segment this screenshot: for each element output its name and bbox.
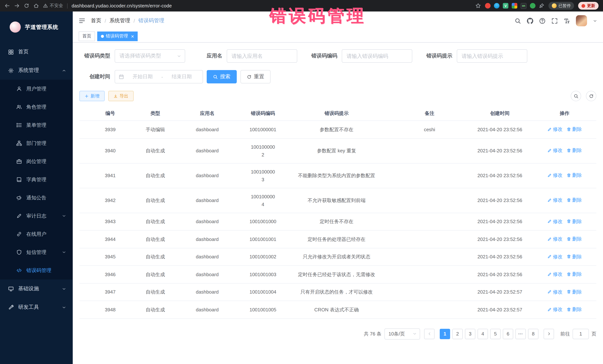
- extension-icon-grid[interactable]: [512, 3, 517, 9]
- pagination: 共 76 条 10条/页 123456•••8 前往 页: [79, 328, 596, 339]
- extension-icon-green[interactable]: [530, 3, 535, 9]
- sidebar-item-system-management[interactable]: 系统管理: [0, 61, 73, 80]
- page-size-select[interactable]: 10条/页: [384, 328, 420, 339]
- page-ellipsis[interactable]: •••: [515, 329, 526, 339]
- delete-link[interactable]: 删除: [567, 253, 582, 260]
- reset-button[interactable]: 重置: [241, 70, 270, 83]
- delete-link[interactable]: 删除: [567, 171, 582, 179]
- sidebar-item-menu-management[interactable]: 菜单管理: [0, 116, 73, 134]
- sidebar-toggle-icon[interactable]: [79, 17, 85, 24]
- goto-suffix: 页: [591, 331, 596, 337]
- page-button[interactable]: 4: [477, 329, 488, 339]
- browser-home-icon[interactable]: [33, 3, 39, 9]
- browser-chrome: 不安全 dashboard.yudao.iocoder.cn/system/er…: [0, 0, 603, 11]
- create-time-range-picker[interactable]: 开始日期 - 结束日期: [115, 70, 203, 83]
- reload-icon[interactable]: [24, 3, 29, 9]
- edit-link[interactable]: 修改: [547, 305, 563, 313]
- user-avatar[interactable]: [576, 15, 587, 26]
- sidebar-item-post-management[interactable]: 岗位管理: [0, 152, 73, 170]
- sidebar-item-label: 基础设施: [18, 286, 39, 292]
- sidebar-item-notice-management[interactable]: 通知公告: [0, 189, 73, 207]
- error-code-input[interactable]: [342, 49, 412, 63]
- error-type-select[interactable]: 请选择错误码类型: [115, 49, 185, 63]
- sidebar-item-label: 在线用户: [26, 231, 46, 237]
- edit-pencil-icon: [547, 127, 552, 132]
- avatar-caret-icon[interactable]: [593, 19, 597, 23]
- sidebar-item-sms-management[interactable]: 短信管理: [0, 243, 73, 261]
- app-name-input[interactable]: [227, 49, 297, 63]
- add-button[interactable]: 新增: [79, 91, 105, 101]
- edit-link[interactable]: 修改: [547, 235, 563, 243]
- delete-link[interactable]: 删除: [567, 147, 582, 154]
- edit-link[interactable]: 修改: [547, 125, 563, 133]
- sidebar-item-infrastructure[interactable]: 基础设施: [0, 279, 73, 298]
- chevron-up-icon: [62, 68, 66, 72]
- extension-icon-teal[interactable]: [494, 3, 499, 9]
- extensions-pin-icon[interactable]: [539, 3, 544, 9]
- sidebar-item-user-management[interactable]: 用户管理: [0, 80, 73, 98]
- security-indicator[interactable]: 不安全: [43, 3, 63, 9]
- delete-link[interactable]: 删除: [567, 305, 582, 313]
- prev-page-button[interactable]: [424, 329, 435, 339]
- next-page-button[interactable]: [544, 329, 554, 339]
- fullscreen-icon[interactable]: [551, 18, 558, 24]
- delete-link[interactable]: 删除: [567, 235, 582, 243]
- delete-link[interactable]: 删除: [567, 125, 582, 133]
- page-button[interactable]: 5: [490, 329, 500, 339]
- cell-remark: [392, 163, 467, 188]
- delete-link[interactable]: 删除: [567, 288, 582, 296]
- sidebar-item-dept-management[interactable]: 部门管理: [0, 134, 73, 152]
- back-icon[interactable]: [4, 3, 10, 9]
- edit-link[interactable]: 修改: [547, 171, 563, 179]
- error-hint-input[interactable]: [457, 49, 527, 63]
- breadcrumb-item[interactable]: 首页: [91, 17, 101, 24]
- header-search-icon[interactable]: [515, 18, 521, 24]
- sidebar-item-audit-log[interactable]: 审计日志: [0, 207, 73, 225]
- page-button[interactable]: 6: [503, 329, 513, 339]
- edit-link[interactable]: 修改: [547, 217, 563, 225]
- profile-badge[interactable]: 已暂停: [548, 2, 574, 10]
- app-logo[interactable]: 芋道管理系统: [0, 11, 73, 43]
- sidebar-item-online-users[interactable]: 在线用户: [0, 225, 73, 243]
- trash-icon: [567, 307, 571, 311]
- vue-devtools-icon[interactable]: [503, 3, 508, 9]
- close-icon[interactable]: ×: [131, 33, 134, 39]
- trash-icon: [567, 272, 571, 276]
- sidebar-item-error-code-management[interactable]: 错误码管理: [0, 261, 73, 279]
- delete-link[interactable]: 删除: [567, 217, 582, 225]
- extension-on-badge[interactable]: on: [521, 3, 527, 9]
- edit-link[interactable]: 修改: [547, 288, 563, 296]
- sidebar-item-home[interactable]: 首页: [0, 43, 73, 61]
- delete-link[interactable]: 删除: [567, 270, 582, 278]
- edit-link[interactable]: 修改: [547, 147, 563, 154]
- bookmark-star-icon[interactable]: [475, 3, 481, 9]
- sidebar-item-dict-management[interactable]: 字典管理: [0, 170, 73, 189]
- font-size-icon[interactable]: [564, 18, 570, 24]
- sidebar-item-role-management[interactable]: 角色管理: [0, 98, 73, 116]
- delete-link[interactable]: 删除: [567, 196, 582, 204]
- toggle-search-button[interactable]: [571, 91, 581, 101]
- briefcase-icon: [16, 159, 22, 164]
- github-icon[interactable]: [527, 18, 533, 24]
- goto-page-input[interactable]: [573, 329, 589, 339]
- update-button[interactable]: 更新: [578, 2, 599, 10]
- edit-link[interactable]: 修改: [547, 196, 563, 204]
- cell-type: 自动生成: [141, 248, 170, 265]
- help-icon[interactable]: [539, 18, 545, 24]
- export-button[interactable]: 导出: [108, 91, 134, 101]
- page-button[interactable]: 1: [440, 329, 450, 339]
- tab-item[interactable]: 首页: [79, 31, 95, 41]
- refresh-table-button[interactable]: [586, 91, 596, 101]
- search-button[interactable]: 搜索: [207, 70, 237, 83]
- page-button[interactable]: 3: [465, 329, 475, 339]
- edit-link[interactable]: 修改: [547, 270, 563, 278]
- forward-icon[interactable]: [14, 3, 20, 9]
- extension-icon-red[interactable]: [485, 3, 491, 9]
- page-button[interactable]: 2: [452, 329, 463, 339]
- breadcrumb-item[interactable]: 系统管理: [109, 17, 130, 24]
- tab-active[interactable]: 错误码管理×: [97, 31, 138, 41]
- edit-link[interactable]: 修改: [547, 253, 563, 260]
- url-text[interactable]: dashboard.yudao.iocoder.cn/system/error-…: [72, 3, 172, 8]
- page-button[interactable]: 8: [528, 329, 538, 339]
- sidebar-item-dev-tools[interactable]: 研发工具: [0, 298, 73, 317]
